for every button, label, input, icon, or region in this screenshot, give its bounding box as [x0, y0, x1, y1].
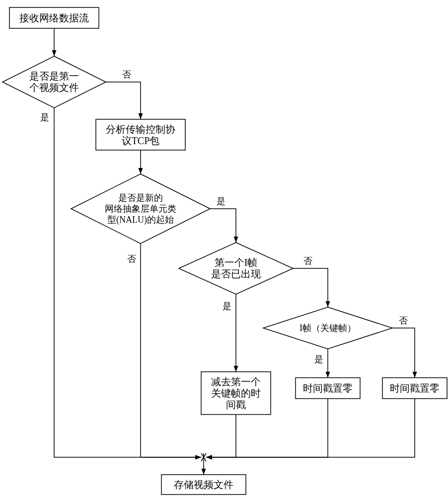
label-d2-l3: 型(NALU)的起始: [107, 215, 174, 225]
lbl-d4-no: 否: [399, 316, 408, 326]
lbl-d3-no: 否: [303, 256, 312, 266]
label-p1-l2: 议TCP包: [122, 135, 160, 146]
edge-d3-no: [293, 268, 328, 307]
label-d2-l2: 网络抽象层单元类: [105, 204, 176, 214]
edge-d2-no: [141, 244, 201, 457]
label-d1-l1: 是否是第一: [29, 71, 79, 82]
label-d3-l2: 是否已出现: [211, 268, 261, 279]
edge-d1-no: [106, 82, 141, 119]
label-p2-l2: 关键帧的时: [211, 388, 261, 399]
label-end: 存储视频文件: [174, 479, 233, 490]
label-d4: I帧（关键帧）: [299, 323, 356, 333]
label-p2-l1: 减去第一个: [211, 376, 261, 387]
label-p2-l3: 间戳: [226, 399, 246, 410]
lbl-d3-yes: 是: [223, 301, 231, 311]
label-p4: 时间戳置零: [390, 383, 440, 394]
label-d3-l1: 第一个I帧: [215, 257, 258, 268]
label-p3: 时间戳置零: [303, 383, 353, 394]
label-start: 接收网络数据流: [19, 12, 89, 23]
lbl-d2-yes: 是: [217, 196, 225, 206]
lbl-d4-yes: 是: [314, 354, 323, 364]
label-d2-l1: 是否是新的: [118, 193, 163, 203]
edge-d4-no: [392, 328, 415, 378]
lbl-d1-yes: 是: [40, 112, 49, 122]
edge-d2-yes: [210, 209, 236, 243]
lbl-d2-no: 否: [127, 254, 136, 264]
lbl-d1-no: 否: [122, 70, 131, 80]
label-p1-l1: 分析传输控制协: [106, 124, 175, 135]
edge-p2-merge: [206, 414, 236, 457]
edge-d1-yes: [54, 108, 201, 457]
label-d1-l2: 个视频文件: [29, 82, 79, 93]
